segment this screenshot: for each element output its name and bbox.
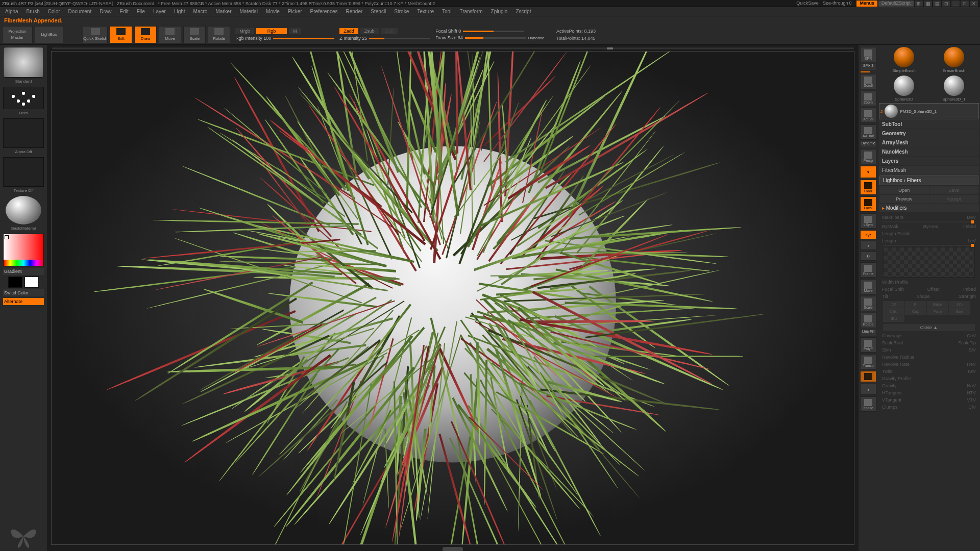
lsym-button[interactable]: LSym bbox=[860, 213, 876, 229]
section-modifiers[interactable]: ▸ Modifiers bbox=[879, 204, 979, 212]
menu-edit[interactable]: Edit bbox=[117, 9, 132, 14]
menus-button[interactable]: Menus bbox=[856, 1, 877, 7]
bpr-button[interactable]: BPR bbox=[860, 47, 876, 62]
maximize-icon[interactable]: □ bbox=[961, 1, 969, 7]
cfg1-icon[interactable]: ⊞ bbox=[915, 1, 923, 7]
transp-button[interactable]: Transp bbox=[860, 354, 876, 369]
menu-macro[interactable]: Macro bbox=[190, 9, 211, 14]
persp-button[interactable]: Persp bbox=[860, 149, 876, 164]
script-button[interactable]: DefaultZScript bbox=[878, 1, 914, 7]
close-button[interactable]: Close ▲ bbox=[883, 324, 975, 331]
sphere3d-thumb[interactable]: Sphere3D bbox=[890, 76, 918, 102]
minimize-icon[interactable]: _ bbox=[951, 1, 960, 7]
texture-thumb[interactable] bbox=[3, 157, 44, 187]
menu-texture[interactable]: Texture bbox=[414, 9, 437, 14]
stroke-thumb[interactable] bbox=[3, 87, 44, 109]
menu-zscript[interactable]: Zscript bbox=[512, 9, 534, 14]
length-slider[interactable] bbox=[883, 245, 975, 246]
secondary-color-swatch[interactable] bbox=[8, 277, 22, 288]
rotate-button-r[interactable]: Rotate bbox=[860, 313, 876, 328]
zcut-button[interactable]: Zcut bbox=[381, 28, 398, 34]
fill-button[interactable]: ◐ bbox=[860, 252, 876, 261]
frame-button[interactable]: Frame bbox=[860, 262, 876, 278]
polyf-button[interactable]: PolyF bbox=[860, 337, 876, 353]
menu-marker[interactable]: Marker bbox=[212, 9, 234, 14]
open-button[interactable]: Open bbox=[879, 186, 929, 194]
switchcolor-button[interactable]: SwitchColor bbox=[3, 289, 44, 296]
brush-thumb[interactable] bbox=[3, 47, 44, 78]
menu-stroke[interactable]: Stroke bbox=[391, 9, 412, 14]
menu-tool[interactable]: Tool bbox=[439, 9, 454, 14]
cfg3-icon[interactable]: ▤ bbox=[933, 1, 941, 7]
z-intensity-slider[interactable] bbox=[369, 38, 430, 39]
zadd-button[interactable]: Zadd bbox=[339, 28, 358, 34]
menu-layer[interactable]: Layer bbox=[150, 9, 169, 14]
scale-button[interactable]: Scale bbox=[183, 26, 206, 43]
length-curve[interactable] bbox=[883, 247, 975, 278]
tbd-btn[interactable]: tBd bbox=[883, 315, 904, 322]
dot-button[interactable]: ● bbox=[860, 241, 876, 250]
menu-picker[interactable]: Picker bbox=[285, 9, 305, 14]
seethrough-value[interactable]: 0 bbox=[849, 1, 851, 7]
active-subtool[interactable]: 2 PM3D_Sphere3D_1 bbox=[879, 103, 979, 119]
alpha-thumb[interactable] bbox=[3, 118, 44, 148]
xpose-button[interactable]: Xpose bbox=[860, 396, 876, 412]
menu-color[interactable]: Color bbox=[45, 9, 63, 14]
spix-slider[interactable]: SPix 3 bbox=[861, 64, 876, 70]
alternate-button[interactable]: Alternate bbox=[3, 298, 44, 305]
menu-file[interactable]: File bbox=[134, 9, 148, 14]
fl-btn[interactable]: Fl bbox=[905, 301, 926, 308]
menu-transform[interactable]: Transform bbox=[456, 9, 485, 14]
menu-draw[interactable]: Draw bbox=[96, 9, 114, 14]
menu-light[interactable]: Light bbox=[171, 9, 188, 14]
ghost-button[interactable] bbox=[860, 371, 876, 382]
material-thumb[interactable] bbox=[6, 196, 41, 224]
draw-button[interactable]: Draw bbox=[134, 26, 157, 43]
close-icon[interactable]: ✕ bbox=[970, 1, 978, 7]
bottom-handle[interactable] bbox=[443, 547, 463, 551]
move-button[interactable]: Move bbox=[159, 26, 181, 43]
viewport[interactable] bbox=[51, 51, 854, 545]
timeline-ruler[interactable] bbox=[51, 47, 854, 50]
menu-preferences[interactable]: Preferences bbox=[307, 9, 341, 14]
fore-btn[interactable]: Fore bbox=[927, 308, 948, 315]
mrgb-button[interactable]: Mrgb bbox=[235, 28, 254, 34]
rgb-intensity-slider[interactable] bbox=[273, 38, 334, 39]
rgb-button[interactable]: Rgb bbox=[256, 28, 287, 34]
floor-button[interactable]: Floor bbox=[860, 180, 876, 195]
save-button[interactable]: Save bbox=[929, 186, 979, 194]
of-btn[interactable]: Of bbox=[883, 301, 904, 308]
eraserbrush-thumb[interactable]: EraserBrush bbox=[940, 47, 968, 73]
rotate-button[interactable]: Rotate bbox=[208, 26, 230, 43]
focal-shift-slider[interactable] bbox=[463, 31, 524, 32]
ruler-marker[interactable] bbox=[607, 47, 613, 49]
actual-button[interactable]: Actual bbox=[860, 108, 876, 123]
aahalf-button[interactable]: AAHalf bbox=[860, 124, 876, 140]
menu-movie[interactable]: Movie bbox=[263, 9, 283, 14]
solo-button[interactable]: ● bbox=[860, 384, 876, 395]
draw-size-slider[interactable] bbox=[465, 37, 526, 39]
primary-color-swatch[interactable] bbox=[24, 277, 39, 288]
hue-strip[interactable] bbox=[4, 260, 43, 266]
edit-button[interactable]: Edit bbox=[110, 26, 132, 43]
bbd-btn[interactable]: bBd bbox=[883, 308, 904, 315]
preview-button[interactable]: Preview bbox=[879, 195, 929, 203]
zoom-button[interactable]: Zoom bbox=[860, 91, 876, 106]
section-nanomesh[interactable]: NanoMesh bbox=[879, 147, 979, 156]
simplebrush-thumb[interactable]: SimpleBrush bbox=[890, 47, 918, 73]
m-button[interactable]: M bbox=[289, 28, 301, 34]
wb-btn[interactable]: Wb bbox=[949, 301, 970, 308]
quick-sketch-button[interactable]: Quick Sketch bbox=[83, 26, 108, 43]
sphere3d1-thumb[interactable]: Sphere3D_1 bbox=[940, 76, 968, 102]
projection-master-button[interactable]: Projection Master bbox=[2, 26, 33, 43]
serr-btn[interactable]: Serr bbox=[949, 308, 970, 315]
gradient-button[interactable]: Gradient bbox=[3, 268, 44, 275]
section-layers[interactable]: Layers bbox=[879, 157, 979, 165]
menu-document[interactable]: Document bbox=[65, 9, 95, 14]
cfg4-icon[interactable]: ⊡ bbox=[942, 1, 950, 7]
scroll-button[interactable]: Scroll bbox=[860, 74, 876, 89]
menu-alpha[interactable]: Alpha bbox=[2, 9, 21, 14]
cfg2-icon[interactable]: ▦ bbox=[924, 1, 932, 7]
move-button-r[interactable]: Move bbox=[860, 279, 876, 294]
arrow-down-button[interactable]: ▼ bbox=[860, 166, 876, 178]
